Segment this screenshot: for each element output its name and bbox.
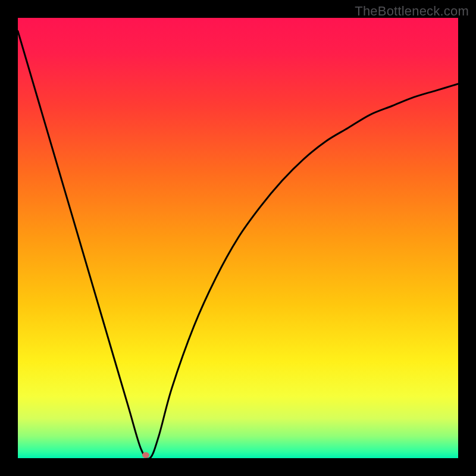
chart-frame: TheBottleneck.com <box>0 0 476 476</box>
watermark-text: TheBottleneck.com <box>355 4 469 19</box>
minimum-marker <box>142 452 149 458</box>
plot-area <box>18 18 458 458</box>
bottleneck-curve <box>18 31 458 458</box>
chart-overlay <box>18 18 458 458</box>
